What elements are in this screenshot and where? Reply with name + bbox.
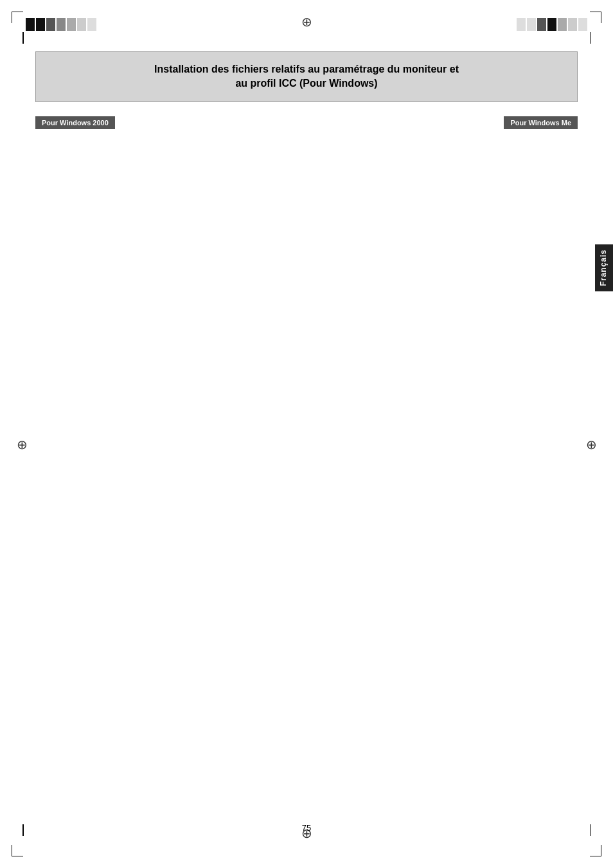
reg-block-3 [46,18,55,31]
side-language-tab: Français [595,244,613,291]
buttons-row: Pour Windows 2000 Pour Windows Me [35,116,578,129]
main-content: Installation des fichiers relatifs au pa… [35,51,578,817]
reg-block-1 [26,18,35,31]
btn-windows-me[interactable]: Pour Windows Me [504,116,578,129]
title-box: Installation des fichiers relatifs au pa… [35,51,578,102]
btn-windows-2000[interactable]: Pour Windows 2000 [35,116,115,129]
reg-block-r4 [547,18,556,31]
vline-right-bottom [590,824,591,836]
title-line2: au profil ICC (Pour Windows) [235,78,377,89]
page-title: Installation des fichiers relatifs au pa… [49,62,564,91]
corner-mark-br [590,845,601,856]
crosshair-top-center [299,14,314,30]
crosshair-left-middle [14,437,30,452]
reg-block-r3 [537,18,546,31]
reg-block-r2 [527,18,536,31]
reg-pattern-left [26,18,96,31]
reg-block-7 [87,18,96,31]
reg-block-4 [57,18,66,31]
reg-block-6 [77,18,86,31]
reg-block-5 [67,18,76,31]
reg-block-r5 [558,18,567,31]
reg-block-r6 [568,18,577,31]
side-tab-label: Français [599,249,608,286]
corner-mark-bl [12,845,23,856]
title-line1: Installation des fichiers relatifs au pa… [154,64,459,75]
vline-left-bottom [22,824,24,836]
page-number: 75 [302,823,311,833]
reg-block-r7 [578,18,587,31]
crosshair-right-middle [583,437,599,452]
reg-pattern-right [517,18,587,31]
reg-block-2 [36,18,45,31]
reg-block-r1 [517,18,526,31]
